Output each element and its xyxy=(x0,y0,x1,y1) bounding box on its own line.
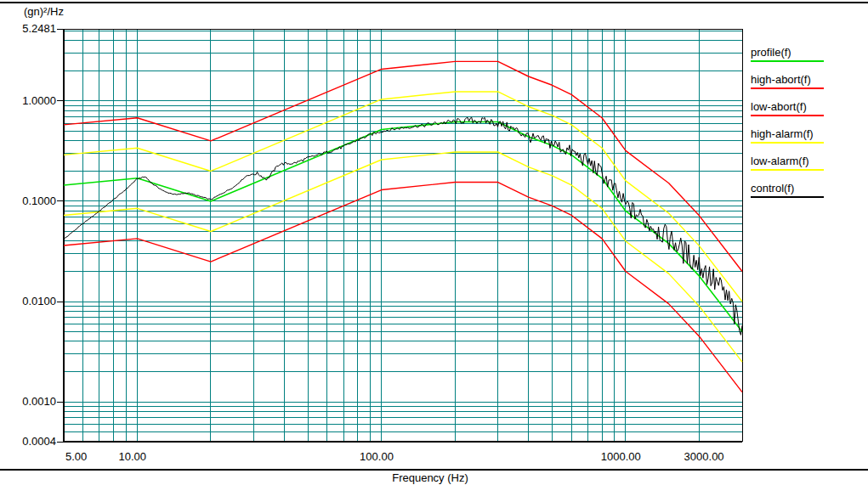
legend-color-line xyxy=(751,169,824,171)
legend-label: profile(f) xyxy=(751,46,824,59)
legend-color-line xyxy=(751,196,824,198)
series-high-abort xyxy=(64,61,742,271)
legend-item: control(f) xyxy=(751,182,824,198)
series-low-alarm xyxy=(64,152,742,362)
legend-label: low-alarm(f) xyxy=(751,155,824,167)
legend-color-line xyxy=(751,60,824,62)
legend-label: low-abort(f) xyxy=(751,100,824,113)
y-axis-title: (gn)²/Hz xyxy=(24,5,64,18)
legend-color-line xyxy=(751,115,824,116)
legend-item: profile(f) xyxy=(751,46,824,62)
x-tick-label: 100.00 xyxy=(360,451,394,463)
y-tick-label: 1.0000 xyxy=(3,95,56,107)
series-low-abort xyxy=(64,183,742,392)
bottom-divider xyxy=(0,469,868,471)
y-tick-label: 0.1000 xyxy=(3,195,56,207)
legend-label: high-abort(f) xyxy=(751,73,824,86)
y-tick-label: 0.0100 xyxy=(3,296,56,307)
top-divider xyxy=(0,2,868,3)
legend-label: high-alarm(f) xyxy=(751,127,824,140)
x-tick-label: 10.00 xyxy=(118,451,146,463)
x-tick-label: 3000.00 xyxy=(684,451,724,463)
y-tick-label: 0.0004 xyxy=(3,436,56,448)
legend-item: low-alarm(f) xyxy=(751,155,824,171)
legend-item: high-abort(f) xyxy=(751,73,824,89)
legend-label: control(f) xyxy=(751,182,824,195)
x-axis-title: Frequency (Hz) xyxy=(0,471,860,484)
x-tick-label: 5.00 xyxy=(65,451,87,463)
x-tick-label: 1000.00 xyxy=(601,451,641,463)
psd-chart xyxy=(49,20,755,450)
y-tick-label: 5.2481 xyxy=(3,23,56,35)
legend: profile(f)high-abort(f)low-abort(f)high-… xyxy=(751,46,824,209)
legend-color-line xyxy=(751,87,824,89)
legend-color-line xyxy=(751,142,824,144)
series-control xyxy=(64,117,742,335)
legend-item: high-alarm(f) xyxy=(751,127,824,144)
y-tick-label: 0.0010 xyxy=(3,396,56,408)
legend-item: low-abort(f) xyxy=(751,100,824,116)
